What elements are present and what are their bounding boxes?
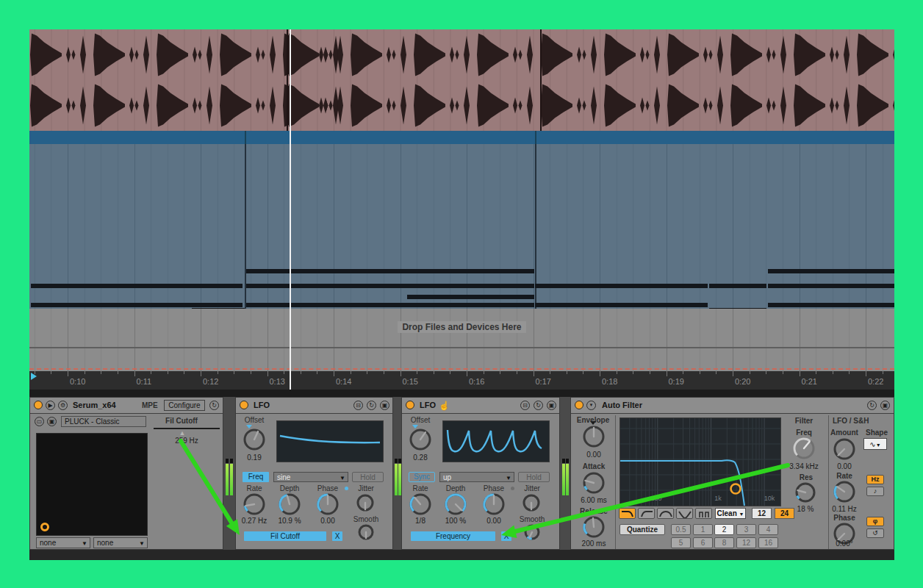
smooth-knob[interactable] (358, 524, 374, 540)
midi-note[interactable] (31, 284, 243, 288)
folder-icon[interactable]: ▭ (35, 417, 44, 426)
smooth-knob[interactable] (524, 524, 540, 540)
res-knob[interactable] (795, 482, 816, 503)
lfo-phase-value[interactable]: 0.00° (828, 539, 861, 548)
device-lfo-1[interactable]: LFO ⊟ ↻ ▣ Offset 0.19 Freq sine▼ Hold Ra… (235, 397, 393, 550)
device-on-toggle[interactable] (240, 401, 248, 409)
save-icon[interactable]: ▣ (380, 401, 389, 410)
lfo-shape-dropdown[interactable]: ∿▼ (863, 438, 887, 450)
device-on-toggle[interactable] (406, 401, 414, 409)
quantize-value-button[interactable]: 8 (714, 537, 734, 548)
lfo-rate-value[interactable]: 0.11 Hz (828, 505, 861, 513)
midi-note[interactable] (31, 303, 243, 307)
unmap-button[interactable]: X (332, 531, 342, 541)
phase-value[interactable]: 0.00 (312, 517, 344, 525)
lfo-rate-knob[interactable] (833, 481, 855, 503)
play-icon[interactable]: ▶ (46, 401, 55, 410)
hotswap-icon[interactable]: ↻ (367, 401, 376, 410)
save-icon[interactable]: ▣ (880, 401, 890, 410)
envelope-value[interactable]: 0.00 (575, 451, 612, 459)
slope-12-button[interactable]: 12 (752, 508, 772, 519)
midi-note[interactable] (407, 295, 534, 299)
device-on-toggle[interactable] (575, 401, 583, 409)
quantize-value-button[interactable]: 2 (714, 524, 734, 535)
midi-note[interactable] (768, 269, 894, 273)
rate-knob[interactable] (243, 493, 265, 515)
preset-name-box[interactable]: PLUCK - Classic (61, 416, 146, 427)
midi-note[interactable] (709, 284, 766, 288)
phase-knob[interactable] (317, 493, 339, 515)
audio-clip-track[interactable] (29, 29, 894, 131)
wrench-icon[interactable]: ⚙ (58, 401, 68, 410)
midi-note-lane[interactable] (29, 144, 894, 309)
routing-dropdown-1[interactable]: none▼ (36, 537, 90, 548)
map-icon[interactable]: ⊟ (353, 401, 363, 410)
hold-button[interactable]: Hold (518, 472, 550, 482)
phase-mode-button[interactable]: φ (866, 517, 884, 526)
quantize-value-button[interactable]: 5 (671, 537, 691, 548)
rate-hz-button[interactable]: Hz (866, 475, 884, 484)
depth-knob[interactable] (445, 493, 467, 515)
map-target-button[interactable]: Frequency (411, 531, 495, 541)
phase-knob[interactable] (483, 493, 505, 515)
filter-type-notch-button[interactable] (676, 508, 693, 519)
routing-dropdown-2[interactable]: none▼ (93, 537, 148, 548)
hotswap-icon[interactable]: ↻ (209, 401, 219, 410)
quantize-value-button[interactable]: 12 (736, 537, 756, 548)
freq-knob[interactable] (793, 437, 815, 459)
midi-note[interactable] (535, 303, 708, 307)
res-value[interactable]: 18 % (789, 505, 822, 513)
quantize-value-button[interactable]: 6 (693, 537, 713, 548)
filter-type-morph-button[interactable] (695, 508, 712, 519)
lfo1-titlebar[interactable]: LFO ⊟ ↻ ▣ (236, 398, 392, 414)
offset-value[interactable]: 0.19 (238, 453, 270, 462)
device-serum[interactable]: ▶ ⚙ Serum_x64 MPE Configure ↻ ▭ ▣ PLUCK … (29, 397, 223, 550)
offset-value[interactable]: 0.28 (404, 453, 437, 462)
circuit-dropdown[interactable]: Clean ▼ (715, 508, 746, 519)
midi-note[interactable] (768, 284, 894, 288)
quantize-value-button[interactable]: 3 (736, 524, 756, 535)
sync-mode-button[interactable]: Sync (409, 472, 435, 482)
xy-pad-handle[interactable] (40, 523, 49, 531)
lfo-shape-dropdown[interactable]: up▼ (439, 472, 514, 482)
hotswap-icon[interactable]: ↻ (867, 401, 877, 410)
filter-type-highpass-button[interactable] (638, 508, 655, 519)
quantize-value-button[interactable]: 1 (693, 524, 713, 535)
spin-mode-button[interactable]: ↺ (866, 528, 884, 538)
device-on-toggle[interactable] (34, 401, 43, 409)
serum-titlebar[interactable]: ▶ ⚙ Serum_x64 MPE Configure ↻ (30, 398, 223, 414)
phase-value[interactable]: 0.00 (478, 517, 510, 525)
save-preset-icon[interactable]: ▣ (47, 417, 57, 426)
unmap-button[interactable]: X (501, 531, 511, 541)
configure-button[interactable]: Configure (164, 400, 205, 411)
depth-value[interactable]: 100 % (439, 517, 472, 525)
amount-knob[interactable] (833, 438, 855, 460)
offset-knob[interactable] (243, 429, 265, 451)
fold-icon[interactable]: ▼ (586, 401, 596, 410)
rate-sync-button[interactable]: ♪ (866, 487, 884, 496)
depth-knob[interactable] (279, 493, 301, 515)
rate-value[interactable]: 1/8 (404, 517, 437, 525)
map-target-button[interactable]: Fil Cutoff (244, 531, 326, 541)
release-value[interactable]: 200 ms (575, 539, 612, 548)
midi-clip-titlebar[interactable] (29, 131, 894, 145)
hotswap-icon[interactable]: ↻ (534, 401, 543, 410)
time-ruler[interactable]: 0:100:110:120:130:140:150:160:170:180:19… (29, 371, 894, 390)
jitter-knob[interactable] (356, 494, 374, 512)
midi-note[interactable] (535, 284, 708, 288)
freq-mode-button[interactable]: Freq (243, 472, 269, 482)
quantize-value-button[interactable]: 16 (758, 537, 778, 548)
depth-value[interactable]: 10.9 % (273, 517, 306, 525)
attack-knob[interactable] (583, 472, 605, 494)
map-icon[interactable]: ⊟ (520, 401, 530, 410)
rate-knob[interactable] (409, 493, 431, 515)
device-lfo-2[interactable]: LFO ☝ ⊟ ↻ ▣ Offset 0.28 Sync up▼ Hold Ra… (401, 397, 560, 550)
autofilter-titlebar[interactable]: ▼ Auto Filter ↻ ▣ (571, 398, 894, 414)
param-slider-handle[interactable]: ▲ (176, 429, 188, 437)
envelope-knob[interactable] (583, 426, 605, 448)
lfo-shape-dropdown[interactable]: sine▼ (273, 472, 348, 482)
filter-frequency-display[interactable]: 100 1k 10k (619, 417, 781, 506)
filter-type-lowpass-button[interactable] (619, 508, 636, 519)
device-auto-filter[interactable]: ▼ Auto Filter ↻ ▣ Envelope 0.00 Attack 6… (570, 397, 894, 550)
amount-value[interactable]: 0.00 (828, 462, 861, 470)
